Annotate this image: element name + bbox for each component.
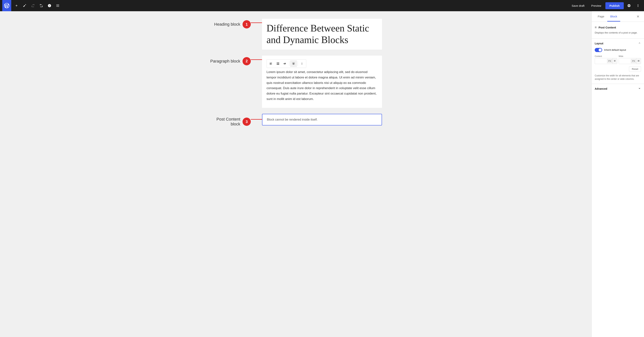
toolbar: Save draft Preview Publish <box>0 0 644 11</box>
settings-button[interactable] <box>625 2 633 9</box>
editor-content: Heading block 1 Difference Between Stati… <box>210 19 382 330</box>
post-content-icon: ≡ <box>595 25 597 29</box>
publish-button[interactable]: Publish <box>606 2 624 9</box>
post-content-block[interactable]: Block cannot be rendered inside itself. <box>262 114 382 125</box>
heading-arrow <box>251 22 262 23</box>
toolbar-align-center-btn[interactable] <box>290 60 297 67</box>
post-content-block-row: Post Content block 3 Block cannot be ren… <box>210 114 382 127</box>
wide-width-group: Wide PX <box>619 55 641 64</box>
content-width-control: PX <box>595 58 617 64</box>
wide-align-icon <box>636 58 641 64</box>
redo-button[interactable] <box>38 2 45 9</box>
wp-logo <box>2 0 11 11</box>
tab-block[interactable]: Block <box>607 11 620 21</box>
more-options-button[interactable] <box>634 2 642 9</box>
badge-2: 2 <box>242 57 251 65</box>
sidebar-block-info: ≡ Post Content Displays the contents of … <box>592 22 644 38</box>
layout-section-title: Layout <box>595 42 603 45</box>
post-content-label-area: Post Content block 3 <box>210 114 251 127</box>
tab-page[interactable]: Page <box>595 11 607 21</box>
sidebar-header: Page Block <box>592 11 644 22</box>
undo-button[interactable] <box>29 2 37 9</box>
save-draft-button[interactable]: Save draft <box>569 2 587 9</box>
paragraph-arrow <box>251 59 262 60</box>
preview-button[interactable]: Preview <box>588 2 604 9</box>
sidebar-block-header: ≡ Post Content <box>595 25 641 29</box>
post-content-block-label: Post Content block <box>216 117 240 127</box>
paragraph-block-content[interactable]: Lorem ipsum dolor sit amet, consectetur … <box>262 56 382 108</box>
layout-chevron-icon <box>638 41 641 45</box>
wide-width-control: PX <box>619 58 641 64</box>
editor-area[interactable]: Heading block 1 Difference Between Stati… <box>0 11 592 337</box>
inherit-layout-label: Inherit default layout <box>604 48 626 51</box>
sidebar: Page Block ≡ Post Content Displays the c… <box>592 11 644 337</box>
wide-width-input[interactable] <box>619 58 631 63</box>
post-content-message: Block cannot be rendered inside itself. <box>267 118 377 121</box>
badge-3: 3 <box>242 118 251 126</box>
width-inputs-row: Content PX Wide PX <box>595 55 641 64</box>
toolbar-left <box>13 2 62 9</box>
sidebar-close-button[interactable] <box>635 13 641 19</box>
toolbar-more-btn[interactable] <box>298 60 305 67</box>
heading-block-row: Heading block 1 Difference Between Stati… <box>210 19 382 50</box>
width-description: Customize the width for all elements tha… <box>595 74 641 81</box>
layout-section: Layout Inherit default layout Content <box>592 38 644 84</box>
advanced-section-header[interactable]: Advanced <box>595 87 641 91</box>
add-block-button[interactable] <box>13 2 20 9</box>
main-layout: Heading block 1 Difference Between Stati… <box>0 11 644 337</box>
heading-label-area: Heading block 1 <box>210 19 251 28</box>
paragraph-text[interactable]: Lorem ipsum dolor sit amet, consectetur … <box>266 69 378 102</box>
post-content-arrow <box>251 119 262 120</box>
toolbar-move-btn[interactable] <box>282 60 288 67</box>
sidebar-tabs: Page Block <box>595 11 620 21</box>
content-unit-label: PX <box>607 59 612 63</box>
paragraph-block-row: Paragraph block 2 <box>210 56 382 108</box>
heading-block-content[interactable]: Difference Between Static and Dynamic Bl… <box>262 19 382 50</box>
list-view-button[interactable] <box>54 2 62 9</box>
toolbar-divider <box>289 61 290 66</box>
advanced-section: Advanced <box>592 84 644 94</box>
heading-block-label: Heading block <box>214 22 240 27</box>
content-width-input[interactable] <box>595 58 607 63</box>
toolbar-right: Save draft Preview Publish <box>569 2 642 9</box>
content-width-label: Content <box>595 55 617 57</box>
sidebar-block-description: Displays the contents of a post or page. <box>595 31 641 35</box>
paragraph-label-area: Paragraph block 2 <box>210 56 251 65</box>
sidebar-block-title: Post Content <box>599 26 616 29</box>
layout-section-header[interactable]: Layout <box>595 41 641 45</box>
content-align-icon <box>612 58 617 64</box>
toolbar-align-btn[interactable] <box>268 60 274 67</box>
inherit-layout-row: Inherit default layout <box>595 48 641 52</box>
heading-text[interactable]: Difference Between Static and Dynamic Bl… <box>266 22 378 46</box>
wide-width-label: Wide <box>619 55 641 57</box>
wide-unit-label: PX <box>631 59 636 63</box>
advanced-section-title: Advanced <box>595 87 607 90</box>
advanced-chevron-icon <box>638 87 641 91</box>
paragraph-block-label: Paragraph block <box>210 59 240 64</box>
inherit-layout-toggle[interactable] <box>595 48 602 52</box>
toolbar-grid-btn[interactable] <box>274 60 281 67</box>
block-toolbar <box>266 59 306 68</box>
badge-1: 1 <box>242 20 251 28</box>
info-button[interactable] <box>46 2 53 9</box>
toggle-knob <box>599 48 602 51</box>
edit-button[interactable] <box>21 2 28 9</box>
content-width-group: Content PX <box>595 55 617 64</box>
reset-button[interactable]: Reset <box>629 66 641 72</box>
